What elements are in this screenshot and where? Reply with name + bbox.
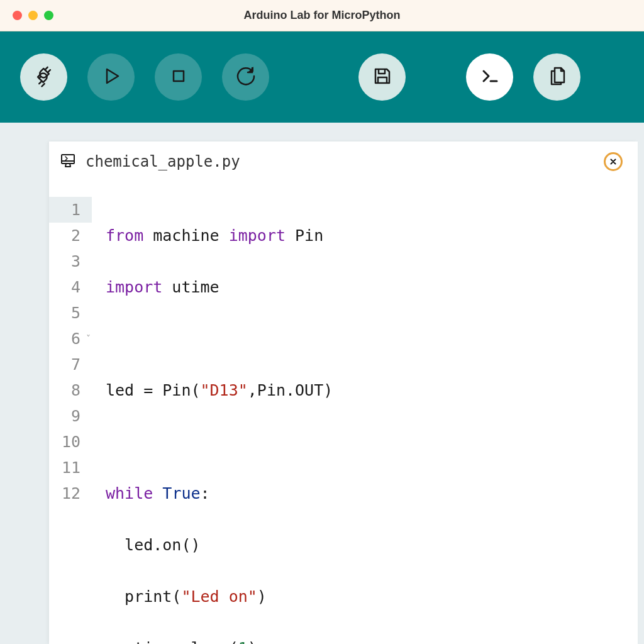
code-line: led.on() bbox=[106, 532, 333, 558]
gutter-line[interactable]: 11 bbox=[49, 455, 92, 480]
line-gutter: 1 2 3 4 5 6˅ 7 8 9 10 11 12 bbox=[49, 183, 92, 644]
connect-button[interactable] bbox=[20, 53, 67, 101]
files-button[interactable] bbox=[533, 53, 580, 101]
file-tab-bar: chemical_apple.py bbox=[49, 142, 638, 183]
code-line: from machine import Pin bbox=[106, 223, 333, 248]
plug-icon bbox=[31, 64, 57, 91]
gutter-line[interactable]: 5 bbox=[49, 300, 92, 326]
gutter-line[interactable]: 7 bbox=[49, 352, 92, 377]
gutter-line[interactable]: 10 bbox=[49, 429, 92, 455]
code-line: print("Led on") bbox=[106, 584, 333, 609]
gutter-line[interactable]: 6˅ bbox=[49, 326, 92, 352]
reload-icon bbox=[233, 64, 258, 91]
run-button[interactable] bbox=[87, 53, 135, 101]
gutter-line[interactable]: 4 bbox=[49, 274, 92, 300]
svg-rect-0 bbox=[174, 71, 184, 81]
save-icon bbox=[370, 64, 395, 91]
window-controls bbox=[13, 11, 53, 20]
gutter-line[interactable]: 3 bbox=[49, 248, 92, 274]
gutter-line[interactable]: 2 bbox=[49, 223, 92, 248]
app-title: Arduino Lab for MicroPython bbox=[244, 9, 401, 22]
titlebar: Arduino Lab for MicroPython bbox=[0, 0, 644, 31]
editor-panel: chemical_apple.py 1 2 3 4 5 6˅ 7 8 9 10 … bbox=[49, 142, 638, 644]
file-tab[interactable]: chemical_apple.py bbox=[59, 152, 240, 172]
stop-button[interactable] bbox=[155, 53, 202, 101]
gutter-line[interactable]: 9 bbox=[49, 403, 92, 429]
code-line bbox=[106, 429, 333, 455]
toolbar bbox=[0, 31, 644, 123]
code-line: while True: bbox=[106, 480, 333, 506]
fold-toggle-icon[interactable]: ˅ bbox=[86, 326, 91, 352]
play-icon bbox=[99, 64, 124, 91]
terminal-icon bbox=[477, 64, 502, 91]
run-controls bbox=[87, 53, 269, 101]
file-tab-label: chemical_apple.py bbox=[86, 153, 240, 170]
gutter-line[interactable]: 12 bbox=[49, 480, 92, 506]
reload-button[interactable] bbox=[222, 53, 269, 101]
window-minimize-button[interactable] bbox=[28, 11, 38, 20]
code-line bbox=[106, 326, 333, 352]
code-line: import utime bbox=[106, 274, 333, 300]
code-editor[interactable]: 1 2 3 4 5 6˅ 7 8 9 10 11 12 from machine… bbox=[49, 183, 638, 644]
save-button[interactable] bbox=[358, 53, 406, 101]
close-tab-button[interactable] bbox=[604, 152, 623, 171]
gutter-line[interactable]: 1 bbox=[49, 197, 92, 223]
device-icon bbox=[59, 152, 77, 172]
svg-rect-1 bbox=[62, 155, 74, 164]
window-close-button[interactable] bbox=[13, 11, 22, 20]
code-content[interactable]: from machine import Pin import utime led… bbox=[92, 183, 333, 644]
files-icon bbox=[545, 64, 570, 91]
window-maximize-button[interactable] bbox=[44, 11, 53, 20]
gutter-line[interactable]: 8 bbox=[49, 377, 92, 403]
stop-icon bbox=[166, 64, 191, 91]
code-line: utime.sleep(1) bbox=[106, 635, 333, 644]
code-line: led = Pin("D13",Pin.OUT) bbox=[106, 377, 333, 403]
terminal-button[interactable] bbox=[466, 53, 513, 101]
